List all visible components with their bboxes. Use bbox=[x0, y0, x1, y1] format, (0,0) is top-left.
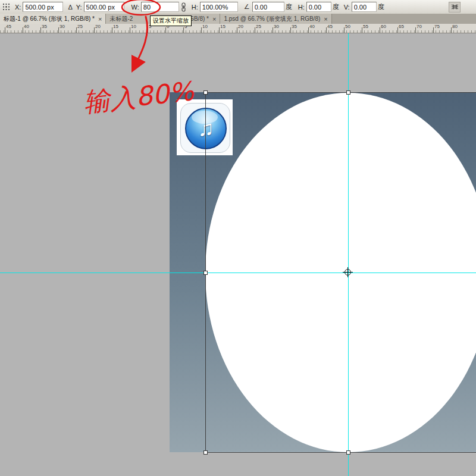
ruler-tick bbox=[183, 27, 184, 33]
tab-document-2-close-icon[interactable]: × bbox=[212, 16, 216, 22]
ruler-label: 45 bbox=[6, 24, 11, 29]
transform-reference-point-icon[interactable] bbox=[345, 269, 351, 275]
width-scale-input[interactable] bbox=[141, 2, 179, 12]
ruler-tick bbox=[112, 27, 112, 33]
link-dimensions-icon[interactable] bbox=[180, 2, 187, 12]
ruler-label: 10 bbox=[131, 24, 136, 29]
ruler-label: 50 bbox=[345, 24, 350, 29]
ruler-tick bbox=[201, 27, 202, 33]
ruler-tick bbox=[148, 27, 148, 33]
ruler-label: 20 bbox=[95, 24, 101, 29]
ruler-label: 55 bbox=[363, 24, 368, 29]
height-label: H: bbox=[192, 4, 198, 11]
h-skew-degree-unit: 度 bbox=[333, 2, 339, 11]
x-input[interactable] bbox=[23, 2, 63, 12]
delta-icon: Δ bbox=[68, 4, 72, 11]
ruler-tick bbox=[58, 27, 59, 33]
itunes-icon: ♫ bbox=[185, 108, 227, 149]
v-skew-label: V: bbox=[344, 4, 350, 11]
ruler-tick bbox=[433, 27, 434, 33]
ruler-tick bbox=[219, 27, 220, 33]
ruler-tick bbox=[308, 27, 309, 33]
ruler: 4540353025201510505101520253035404550556… bbox=[0, 24, 476, 33]
transform-options-bar: X: Δ Y: W: H: ∠ 度 H: 度 V: 度 bbox=[0, 0, 476, 14]
tooltip-set-horizontal-scale: 设置水平缩放 bbox=[150, 15, 192, 26]
horizontal-guide[interactable] bbox=[0, 273, 476, 273]
transform-handle-top-left[interactable] bbox=[203, 90, 208, 95]
warp-mode-icon[interactable] bbox=[449, 2, 461, 12]
ruler-label: 65 bbox=[399, 24, 404, 29]
ruler-label: 10 bbox=[202, 24, 208, 29]
h-skew-label: H: bbox=[298, 4, 305, 11]
ruler-tick bbox=[165, 27, 166, 33]
transform-handle-top-center[interactable] bbox=[346, 90, 350, 95]
ruler-label: 60 bbox=[381, 24, 386, 29]
tab-document-3-close-icon[interactable]: × bbox=[324, 16, 327, 22]
ruler-tick bbox=[451, 27, 452, 33]
ruler-label: 15 bbox=[220, 24, 226, 29]
ruler-tick bbox=[5, 27, 5, 33]
music-note-icon: ♫ bbox=[198, 118, 214, 139]
x-label: X: bbox=[15, 4, 21, 11]
transform-handle-bottom-left[interactable] bbox=[203, 450, 208, 455]
ruler-label: 30 bbox=[274, 24, 279, 29]
width-label: W: bbox=[131, 4, 139, 11]
rotate-angle-input[interactable] bbox=[252, 2, 284, 12]
vertical-guide[interactable] bbox=[348, 33, 349, 476]
ruler-label: 20 bbox=[238, 24, 243, 29]
workspace-pasteboard[interactable]: ♫ bbox=[0, 33, 476, 476]
transform-handle-middle-left[interactable] bbox=[203, 271, 208, 275]
itunes-image-layer: ♫ bbox=[177, 99, 233, 155]
y-label: Y: bbox=[76, 4, 82, 11]
transform-box-bottom-edge[interactable] bbox=[205, 452, 476, 453]
ruler-tick bbox=[344, 27, 345, 33]
ruler-label: 35 bbox=[42, 24, 47, 29]
ruler-tick bbox=[362, 27, 362, 33]
ruler-tick bbox=[40, 27, 41, 33]
ruler-label: 75 bbox=[434, 24, 440, 29]
transform-handle-bottom-center[interactable] bbox=[346, 450, 350, 455]
ruler-label: 25 bbox=[77, 24, 83, 29]
ruler-tick bbox=[380, 27, 380, 33]
ruler-tick bbox=[23, 27, 23, 33]
transform-box-top-edge[interactable] bbox=[205, 92, 476, 93]
ruler-label: 30 bbox=[60, 24, 65, 29]
ruler-label: 80 bbox=[452, 24, 458, 29]
tab-document-3-label: 1.psd @ 66.7% (渐变填充 1, RGB/8) bbox=[224, 15, 320, 23]
ruler-label: 70 bbox=[416, 24, 422, 29]
ruler-tick bbox=[273, 27, 273, 33]
ruler-tick bbox=[397, 27, 398, 33]
ruler-tick bbox=[255, 27, 255, 33]
ruler-tick bbox=[326, 27, 327, 33]
tab-document-1-label: 标题-1 @ 66.7% (形状 1, RGB/8) * bbox=[4, 15, 95, 23]
ruler-label: 25 bbox=[256, 24, 261, 29]
y-input[interactable] bbox=[84, 2, 124, 12]
tab-document-2-label-left: 未标题-2 bbox=[109, 15, 133, 23]
ruler-tick bbox=[290, 27, 291, 33]
reference-point-locator-icon[interactable] bbox=[2, 3, 10, 11]
ruler-label: 45 bbox=[327, 24, 333, 29]
tab-document-3[interactable]: 1.psd @ 66.7% (渐变填充 1, RGB/8) × bbox=[220, 14, 331, 24]
document-tab-bar: 标题-1 @ 66.7% (形状 1, RGB/8) * × 未标题-2 12,… bbox=[0, 14, 476, 24]
h-skew-input[interactable] bbox=[306, 2, 331, 12]
ruler-tick bbox=[76, 27, 77, 33]
ruler-tick bbox=[94, 27, 95, 33]
rotate-degree-unit: 度 bbox=[286, 2, 292, 11]
ruler-label: 40 bbox=[24, 24, 29, 29]
v-skew-input[interactable] bbox=[352, 2, 377, 12]
ruler-label: 35 bbox=[292, 24, 297, 29]
v-skew-degree-unit: 度 bbox=[378, 2, 384, 11]
ruler-tick bbox=[415, 27, 416, 33]
ruler-label: 40 bbox=[309, 24, 315, 29]
tab-document-1[interactable]: 标题-1 @ 66.7% (形状 1, RGB/8) * × bbox=[0, 14, 106, 24]
rotate-angle-icon: ∠ bbox=[244, 3, 250, 11]
ruler-tick bbox=[130, 27, 130, 33]
ruler-tick bbox=[237, 27, 237, 33]
ruler-label: 15 bbox=[113, 24, 118, 29]
height-scale-input[interactable] bbox=[200, 2, 238, 12]
tab-document-1-close-icon[interactable]: × bbox=[98, 16, 102, 22]
